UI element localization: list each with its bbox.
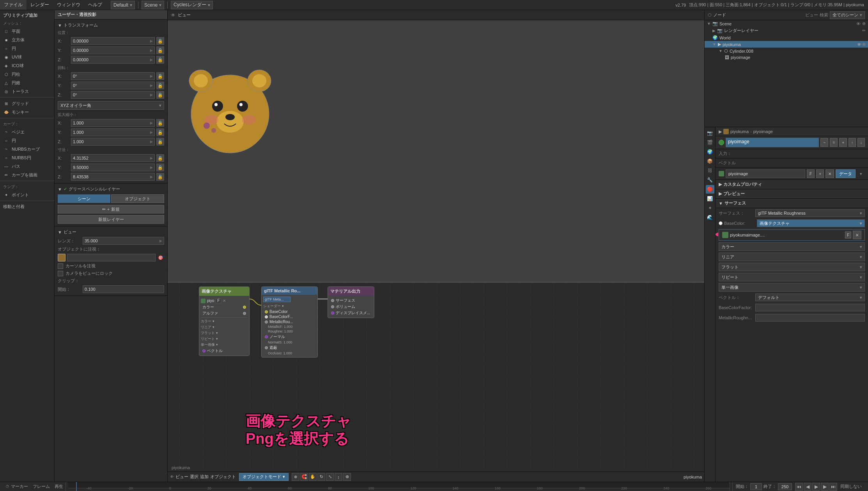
preview-header[interactable]: ▶ プレビュー (716, 189, 868, 199)
props-modifiers-icon[interactable]: 🔧 (706, 176, 714, 184)
scene-filter[interactable]: 全てのシーン ▾ (830, 11, 865, 19)
scene-eye-icon[interactable]: 👁 (856, 21, 861, 26)
menu-file[interactable]: ファイル (0, 0, 27, 10)
input-f-btn[interactable]: F (807, 169, 815, 178)
surface-header[interactable]: ▼ サーフェス (716, 199, 868, 208)
mat-up-btn[interactable]: ↑ (849, 138, 856, 147)
rot-x-input[interactable]: 0° ▶ (71, 72, 155, 80)
pos-z-input[interactable]: 0.00000 ▶ (71, 56, 155, 64)
select-menu-btn[interactable]: 選択 (190, 474, 198, 480)
frame-end-input[interactable]: 250 (778, 483, 792, 490)
grease-pencil-header[interactable]: ▼ ✔ グリースペンシルレイヤー (55, 185, 167, 193)
add-menu-btn[interactable]: 追加 (200, 474, 209, 480)
object-button[interactable]: オブジェクト (111, 194, 165, 203)
dim-z-input[interactable]: 8.43538 ▶ (71, 173, 155, 181)
material-output-node[interactable]: マテリアル出力 サーフェス ボリューム ディスプレイ (328, 286, 374, 318)
rot-x-lock[interactable]: 🔒 (156, 72, 164, 80)
sidebar-item-monkey[interactable]: 🐵 モンキー (0, 108, 54, 116)
sidebar-item-cone[interactable]: △ 円錐 (0, 78, 54, 87)
layout-selector[interactable]: Default ▾ (111, 1, 135, 9)
path-piyoimage[interactable]: piyoimage (753, 129, 773, 134)
props-material-icon[interactable]: 🔴 (706, 185, 714, 194)
scale-y-lock[interactable]: 🔒 (156, 128, 164, 136)
sidebar-item-nurbs-circle[interactable]: ○ NURBS円 (0, 153, 54, 162)
view-menu-btn[interactable]: ビュー (175, 474, 188, 480)
view-control[interactable]: ビュー (805, 12, 818, 18)
props-object-icon[interactable]: 📦 (706, 157, 714, 165)
cursor-tool-icon[interactable]: ⊕ (343, 473, 351, 481)
props-world-icon[interactable]: 🌍 (706, 148, 714, 156)
rotate-icon[interactable]: ↻ (317, 473, 325, 481)
grab-icon[interactable]: ✋ (309, 473, 317, 481)
object-menu-btn[interactable]: オブジェクト (210, 474, 236, 480)
dim-z-lock[interactable]: 🔒 (156, 173, 164, 181)
sidebar-item-nurbs-curve[interactable]: ~ NURBSカーブ (0, 145, 54, 153)
sidebar-item-cylinder[interactable]: ⬡ 円柱 (0, 70, 54, 78)
sidebar-item-icosphere[interactable]: ◈ ICO球 (0, 61, 54, 70)
scale-icon[interactable]: ⤡ (326, 473, 334, 481)
scale-x-lock[interactable]: 🔒 (156, 119, 164, 127)
rot-z-lock[interactable]: 🔒 (156, 91, 164, 99)
dim-y-lock[interactable]: 🔒 (156, 164, 164, 171)
props-scene-icon[interactable]: 🎬 (706, 138, 714, 147)
object-mode-dropdown[interactable]: オブジェクトモード ▾ (239, 473, 289, 481)
outliner-scene[interactable]: ▼ 📷 Scene 👁 ⊕ (705, 20, 868, 27)
sidebar-item-torus[interactable]: ◎ トーラス (0, 87, 54, 96)
camera-lock-checkbox[interactable] (58, 271, 63, 276)
menu-help[interactable]: ヘルプ (84, 0, 106, 10)
frame-start-input[interactable]: 1 (750, 483, 762, 490)
material-name-input[interactable]: piyoimage (726, 138, 819, 147)
props-constraints-icon[interactable]: ⛓ (706, 166, 714, 175)
cursor-focus-checkbox[interactable] (58, 263, 63, 269)
scale-x-input[interactable]: 1.000 ▶ (71, 119, 155, 127)
scene-button[interactable]: シーン (58, 194, 110, 203)
scale-z-lock[interactable]: 🔒 (156, 138, 164, 146)
path-piyokuma[interactable]: piyokuma (730, 129, 749, 134)
dim-y-input[interactable]: 9.50000 ▶ (71, 164, 155, 171)
rot-z-input[interactable]: 0° ▶ (71, 91, 155, 99)
lens-input[interactable]: 35.000 ▶ (83, 237, 164, 245)
scene-cursor-icon[interactable]: ⊕ (862, 21, 866, 26)
input-data-btn[interactable]: データ (836, 169, 856, 178)
img-x-btn[interactable]: ✕ (223, 299, 226, 303)
vector-row-value[interactable]: デフォルト ▾ (755, 294, 865, 301)
timeline-scrubber[interactable]: -40-200204060801001201401601802002202402… (68, 482, 730, 491)
pos-y-lock[interactable]: 🔒 (156, 46, 164, 54)
scale-y-input[interactable]: 1.000 ▶ (71, 128, 155, 136)
outliner-render-layer[interactable]: ▶ 📷 レンダーレイヤー ✏ (705, 27, 868, 34)
surface-row-value[interactable]: gITF Metallic Roughness ▾ (755, 209, 865, 217)
clip-start-input[interactable]: 0.100 (83, 285, 164, 293)
custom-props-header[interactable]: ▶ カスタムプロパティ (716, 180, 868, 189)
viewport-canvas[interactable]: (1) piyokuma piyokuma 画像テクスチャ piyo F (168, 20, 704, 471)
sidebar-item-uvsphere[interactable]: ◉ UV球 (0, 53, 54, 61)
sidebar-item-grid[interactable]: ⊞ グリッド (0, 99, 54, 108)
props-render-icon[interactable]: 📷 (706, 129, 714, 137)
sub-repeat-dropdown[interactable]: リピート ▾ (719, 273, 865, 281)
next-frame-btn[interactable]: ▶ (821, 483, 829, 491)
transform-header[interactable]: ▼ トランスフォーム (55, 21, 167, 29)
outliner-world[interactable]: 🌍 World (705, 34, 868, 41)
jump-start-btn[interactable]: ⏮ (795, 483, 803, 491)
mat-down-btn[interactable]: ↓ (857, 138, 865, 147)
sub-flat-dropdown[interactable]: フラット ▾ (719, 263, 865, 271)
rot-y-input[interactable]: 0° ▶ (71, 82, 155, 89)
props-particles-icon[interactable]: ✦ (706, 204, 714, 212)
piyokuma-cursor-icon[interactable]: ⊕ (862, 42, 866, 47)
pos-y-input[interactable]: 0.00000 ▶ (71, 46, 155, 54)
transform-icon[interactable]: ↕ (335, 473, 342, 481)
dim-x-input[interactable]: 4.31352 ▶ (71, 154, 155, 162)
pos-z-lock[interactable]: 🔒 (156, 56, 164, 64)
menu-window[interactable]: ウィンドウ (53, 0, 84, 10)
sub-color-dropdown[interactable]: カラー ▾ (719, 242, 865, 251)
sidebar-item-cube[interactable]: ■ 立方体 (0, 36, 54, 44)
sidebar-item-bezier[interactable]: ~ ベジエ (0, 128, 54, 136)
pos-x-input[interactable]: 0.00000 ▶ (71, 37, 155, 45)
mr-value[interactable] (755, 314, 865, 322)
dim-x-lock[interactable]: 🔒 (156, 154, 164, 162)
image-texture-node[interactable]: 画像テクスチャ piyo F ✕ カラー (199, 286, 250, 356)
focus-eyedrop-btn[interactable]: 🎯 (157, 254, 164, 261)
props-data-icon[interactable]: 📊 (706, 194, 714, 203)
input-plus-btn[interactable]: + (816, 169, 824, 178)
focus-input[interactable] (67, 254, 156, 262)
sidebar-item-curve-circle[interactable]: ○ 円 (0, 136, 54, 145)
